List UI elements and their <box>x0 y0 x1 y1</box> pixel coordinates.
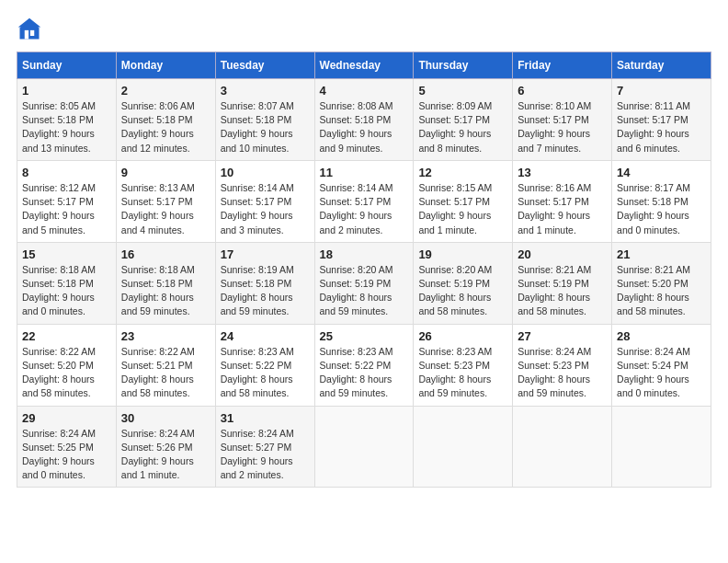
day-number: 10 <box>221 166 310 179</box>
day-number: 23 <box>121 329 210 343</box>
calendar-cell: 28Sunrise: 8:24 AMSunset: 5:24 PMDayligh… <box>612 324 711 406</box>
calendar-cell: 14Sunrise: 8:17 AMSunset: 5:18 PMDayligh… <box>612 160 711 242</box>
day-number: 28 <box>617 329 706 343</box>
calendar-cell: 12Sunrise: 8:15 AMSunset: 5:17 PMDayligh… <box>414 160 513 242</box>
calendar-cell: 7Sunrise: 8:11 AMSunset: 5:17 PMDaylight… <box>612 79 711 161</box>
day-number: 25 <box>320 329 409 343</box>
svg-rect-2 <box>25 30 28 40</box>
day-info: Sunrise: 8:18 AMSunset: 5:18 PMDaylight:… <box>22 263 111 319</box>
day-info: Sunrise: 8:11 AMSunset: 5:17 PMDaylight:… <box>617 99 706 155</box>
day-number: 5 <box>418 84 507 98</box>
day-number: 16 <box>121 247 210 261</box>
calendar-cell: 27Sunrise: 8:24 AMSunset: 5:23 PMDayligh… <box>513 324 612 406</box>
calendar-week-row: 15Sunrise: 8:18 AMSunset: 5:18 PMDayligh… <box>17 242 711 324</box>
calendar-cell <box>612 406 711 488</box>
day-number: 1 <box>22 84 111 98</box>
day-info: Sunrise: 8:22 AMSunset: 5:21 PMDaylight:… <box>121 345 210 401</box>
day-info: Sunrise: 8:23 AMSunset: 5:22 PMDaylight:… <box>320 345 409 401</box>
logo <box>17 17 46 42</box>
day-info: Sunrise: 8:21 AMSunset: 5:19 PMDaylight:… <box>518 263 607 319</box>
calendar-cell: 17Sunrise: 8:19 AMSunset: 5:18 PMDayligh… <box>215 242 314 324</box>
day-number: 17 <box>221 247 310 261</box>
calendar-cell: 1Sunrise: 8:05 AMSunset: 5:18 PMDaylight… <box>17 79 117 161</box>
calendar-header-row: SundayMondayTuesdayWednesdayThursdayFrid… <box>17 52 711 79</box>
day-number: 6 <box>518 84 607 98</box>
day-number: 21 <box>617 247 706 261</box>
day-number: 7 <box>617 84 706 98</box>
calendar-table: SundayMondayTuesdayWednesdayThursdayFrid… <box>17 52 711 488</box>
day-number: 3 <box>221 84 310 98</box>
day-info: Sunrise: 8:05 AMSunset: 5:18 PMDaylight:… <box>22 99 111 155</box>
day-info: Sunrise: 8:22 AMSunset: 5:20 PMDaylight:… <box>22 345 111 401</box>
calendar-week-row: 22Sunrise: 8:22 AMSunset: 5:20 PMDayligh… <box>17 324 711 406</box>
day-number: 19 <box>418 247 507 261</box>
day-info: Sunrise: 8:24 AMSunset: 5:24 PMDaylight:… <box>617 345 706 401</box>
col-header-wednesday: Wednesday <box>314 52 414 79</box>
calendar-cell: 15Sunrise: 8:18 AMSunset: 5:18 PMDayligh… <box>17 242 117 324</box>
day-number: 24 <box>221 329 310 343</box>
day-info: Sunrise: 8:24 AMSunset: 5:23 PMDaylight:… <box>518 345 607 401</box>
calendar-cell: 30Sunrise: 8:24 AMSunset: 5:26 PMDayligh… <box>116 406 215 488</box>
header <box>17 17 711 42</box>
calendar-cell <box>414 406 513 488</box>
day-info: Sunrise: 8:18 AMSunset: 5:18 PMDaylight:… <box>121 263 210 319</box>
day-info: Sunrise: 8:23 AMSunset: 5:22 PMDaylight:… <box>221 345 310 401</box>
calendar-cell: 4Sunrise: 8:08 AMSunset: 5:18 PMDaylight… <box>314 79 414 161</box>
day-info: Sunrise: 8:16 AMSunset: 5:17 PMDaylight:… <box>518 181 607 237</box>
day-number: 14 <box>617 166 706 179</box>
calendar-cell <box>314 406 414 488</box>
calendar-cell: 8Sunrise: 8:12 AMSunset: 5:17 PMDaylight… <box>17 160 117 242</box>
day-number: 11 <box>320 166 409 179</box>
svg-rect-3 <box>30 30 34 36</box>
calendar-cell: 2Sunrise: 8:06 AMSunset: 5:18 PMDaylight… <box>116 79 215 161</box>
col-header-tuesday: Tuesday <box>215 52 314 79</box>
svg-marker-0 <box>20 20 40 40</box>
calendar-cell: 16Sunrise: 8:18 AMSunset: 5:18 PMDayligh… <box>116 242 215 324</box>
calendar-cell: 6Sunrise: 8:10 AMSunset: 5:17 PMDaylight… <box>513 79 612 161</box>
calendar-week-row: 8Sunrise: 8:12 AMSunset: 5:17 PMDaylight… <box>17 160 711 242</box>
calendar-week-row: 1Sunrise: 8:05 AMSunset: 5:18 PMDaylight… <box>17 79 711 161</box>
calendar-cell: 24Sunrise: 8:23 AMSunset: 5:22 PMDayligh… <box>215 324 314 406</box>
day-number: 13 <box>518 166 607 179</box>
col-header-friday: Friday <box>513 52 612 79</box>
col-header-sunday: Sunday <box>17 52 117 79</box>
day-info: Sunrise: 8:21 AMSunset: 5:20 PMDaylight:… <box>617 263 706 319</box>
day-info: Sunrise: 8:24 AMSunset: 5:26 PMDaylight:… <box>121 427 210 483</box>
calendar-cell: 22Sunrise: 8:22 AMSunset: 5:20 PMDayligh… <box>17 324 117 406</box>
day-info: Sunrise: 8:20 AMSunset: 5:19 PMDaylight:… <box>418 263 507 319</box>
col-header-monday: Monday <box>116 52 215 79</box>
calendar-cell: 19Sunrise: 8:20 AMSunset: 5:19 PMDayligh… <box>414 242 513 324</box>
day-info: Sunrise: 8:14 AMSunset: 5:17 PMDaylight:… <box>320 181 409 237</box>
day-number: 22 <box>22 329 111 343</box>
day-info: Sunrise: 8:24 AMSunset: 5:27 PMDaylight:… <box>221 427 310 483</box>
calendar-cell: 25Sunrise: 8:23 AMSunset: 5:22 PMDayligh… <box>314 324 414 406</box>
calendar-cell <box>513 406 612 488</box>
calendar-cell: 10Sunrise: 8:14 AMSunset: 5:17 PMDayligh… <box>215 160 314 242</box>
day-number: 30 <box>121 411 210 425</box>
day-number: 2 <box>121 84 210 98</box>
calendar-cell: 3Sunrise: 8:07 AMSunset: 5:18 PMDaylight… <box>215 79 314 161</box>
day-number: 26 <box>418 329 507 343</box>
calendar-cell: 18Sunrise: 8:20 AMSunset: 5:19 PMDayligh… <box>314 242 414 324</box>
page: SundayMondayTuesdayWednesdayThursdayFrid… <box>0 0 728 563</box>
calendar-cell: 11Sunrise: 8:14 AMSunset: 5:17 PMDayligh… <box>314 160 414 242</box>
day-info: Sunrise: 8:09 AMSunset: 5:17 PMDaylight:… <box>418 99 507 155</box>
day-number: 20 <box>518 247 607 261</box>
day-number: 4 <box>320 84 409 98</box>
day-info: Sunrise: 8:19 AMSunset: 5:18 PMDaylight:… <box>221 263 310 319</box>
calendar-cell: 20Sunrise: 8:21 AMSunset: 5:19 PMDayligh… <box>513 242 612 324</box>
day-info: Sunrise: 8:24 AMSunset: 5:25 PMDaylight:… <box>22 427 111 483</box>
calendar-cell: 21Sunrise: 8:21 AMSunset: 5:20 PMDayligh… <box>612 242 711 324</box>
day-number: 29 <box>22 411 111 425</box>
col-header-thursday: Thursday <box>414 52 513 79</box>
day-number: 12 <box>418 166 507 179</box>
day-info: Sunrise: 8:15 AMSunset: 5:17 PMDaylight:… <box>418 181 507 237</box>
day-info: Sunrise: 8:23 AMSunset: 5:23 PMDaylight:… <box>418 345 507 401</box>
calendar-cell: 23Sunrise: 8:22 AMSunset: 5:21 PMDayligh… <box>116 324 215 406</box>
calendar-cell: 26Sunrise: 8:23 AMSunset: 5:23 PMDayligh… <box>414 324 513 406</box>
day-info: Sunrise: 8:17 AMSunset: 5:18 PMDaylight:… <box>617 181 706 237</box>
day-number: 9 <box>121 166 210 179</box>
day-info: Sunrise: 8:20 AMSunset: 5:19 PMDaylight:… <box>320 263 409 319</box>
day-info: Sunrise: 8:07 AMSunset: 5:18 PMDaylight:… <box>221 99 310 155</box>
day-number: 31 <box>221 411 310 425</box>
